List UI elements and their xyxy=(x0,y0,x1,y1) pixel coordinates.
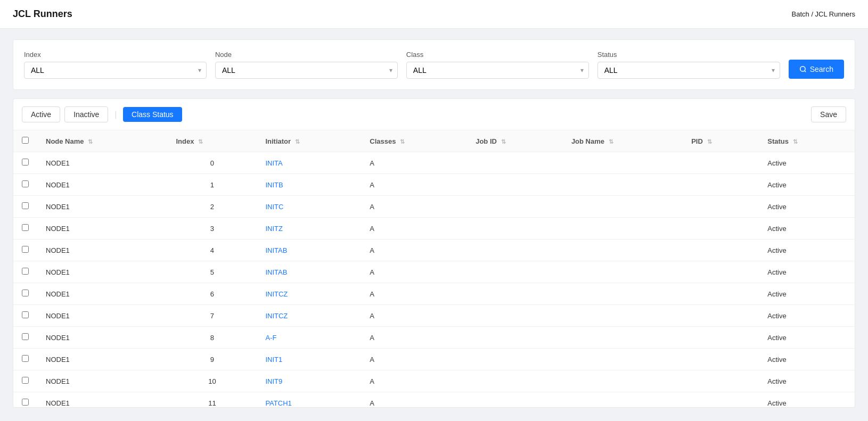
initiator-sort-icon[interactable]: ⇅ xyxy=(295,138,300,145)
row-checkbox[interactable] xyxy=(22,355,29,362)
cell-index: 7 xyxy=(167,305,257,327)
cell-job-name xyxy=(563,174,683,196)
cell-job-name xyxy=(563,152,683,174)
cell-job-id xyxy=(467,196,563,218)
cell-status: Active xyxy=(759,349,855,370)
index-select[interactable]: ALL xyxy=(24,62,207,79)
cell-initiator[interactable]: INITA xyxy=(257,152,361,174)
class-select[interactable]: ALL xyxy=(406,62,589,79)
filter-card: Index ALL Node ALL Class xyxy=(13,39,855,90)
cell-initiator[interactable]: PATCH1 xyxy=(257,392,361,408)
cell-index: 4 xyxy=(167,240,257,261)
cell-index: 2 xyxy=(167,196,257,218)
node-name-sort-icon[interactable]: ⇅ xyxy=(88,138,93,145)
row-checkbox-cell xyxy=(13,196,37,218)
cell-initiator[interactable]: INITAB xyxy=(257,240,361,261)
row-checkbox[interactable] xyxy=(22,202,29,209)
cell-initiator[interactable]: INIT1 xyxy=(257,349,361,370)
cell-pid xyxy=(683,196,759,218)
cell-classes: A xyxy=(361,240,467,261)
cell-job-id xyxy=(467,152,563,174)
row-checkbox[interactable] xyxy=(22,246,29,253)
cell-index: 0 xyxy=(167,152,257,174)
search-button-label: Search xyxy=(810,65,833,73)
table-row: NODE1 11 PATCH1 A Active xyxy=(13,392,855,408)
cell-status: Active xyxy=(759,152,855,174)
cell-initiator[interactable]: INITCZ xyxy=(257,283,361,305)
active-button[interactable]: Active xyxy=(22,106,60,122)
cell-initiator[interactable]: INITCZ xyxy=(257,305,361,327)
initiator-link[interactable]: INITB xyxy=(265,181,283,189)
action-divider: | xyxy=(114,110,117,119)
cell-job-id xyxy=(467,240,563,261)
initiator-link[interactable]: INITZ xyxy=(265,225,283,233)
initiator-link[interactable]: INITC xyxy=(265,203,283,211)
cell-initiator[interactable]: INITC xyxy=(257,196,361,218)
inactive-button[interactable]: Inactive xyxy=(64,106,108,122)
cell-node-name: NODE1 xyxy=(37,392,167,408)
row-checkbox[interactable] xyxy=(22,290,29,296)
cell-node-name: NODE1 xyxy=(37,218,167,240)
initiator-link[interactable]: INITA xyxy=(265,159,282,167)
initiator-link[interactable]: INITAB xyxy=(265,246,287,254)
cell-status: Active xyxy=(759,174,855,196)
job-id-sort-icon[interactable]: ⇅ xyxy=(501,138,506,145)
index-sort-icon[interactable]: ⇅ xyxy=(198,138,203,145)
cell-classes: A xyxy=(361,349,467,370)
cell-initiator[interactable]: INITZ xyxy=(257,218,361,240)
cell-node-name: NODE1 xyxy=(37,152,167,174)
breadcrumb-parent: Batch xyxy=(792,10,809,18)
table-row: NODE1 3 INITZ A Active xyxy=(13,218,855,240)
cell-job-id xyxy=(467,174,563,196)
cell-job-name xyxy=(563,196,683,218)
class-status-button[interactable]: Class Status xyxy=(123,107,182,122)
row-checkbox[interactable] xyxy=(22,399,29,406)
cell-pid xyxy=(683,283,759,305)
initiator-link[interactable]: INIT9 xyxy=(265,377,282,385)
select-all-col xyxy=(13,130,37,152)
pid-sort-icon[interactable]: ⇅ xyxy=(707,138,712,145)
row-checkbox[interactable] xyxy=(22,377,29,384)
job-name-sort-icon[interactable]: ⇅ xyxy=(609,138,613,145)
breadcrumb: Batch / JCL Runners xyxy=(792,10,856,18)
cell-status: Active xyxy=(759,392,855,408)
search-button[interactable]: Search xyxy=(789,60,844,79)
status-sort-icon[interactable]: ⇅ xyxy=(793,138,798,145)
status-select[interactable]: ALL xyxy=(597,62,780,79)
table-header: Node Name ⇅ Index ⇅ Initiator ⇅ Classes … xyxy=(13,130,855,152)
cell-initiator[interactable]: INITB xyxy=(257,174,361,196)
initiator-link[interactable]: INIT1 xyxy=(265,356,282,364)
col-pid: PID ⇅ xyxy=(683,130,759,152)
row-checkbox[interactable] xyxy=(22,311,29,318)
save-button[interactable]: Save xyxy=(811,106,846,122)
select-all-checkbox[interactable] xyxy=(22,137,29,144)
row-checkbox[interactable] xyxy=(22,224,29,231)
row-checkbox[interactable] xyxy=(22,159,29,166)
initiator-link[interactable]: INITAB xyxy=(265,268,287,276)
cell-job-name xyxy=(563,370,683,392)
row-checkbox[interactable] xyxy=(22,180,29,187)
row-checkbox-cell xyxy=(13,370,37,392)
cell-status: Active xyxy=(759,370,855,392)
cell-classes: A xyxy=(361,327,467,349)
cell-classes: A xyxy=(361,305,467,327)
cell-initiator[interactable]: INIT9 xyxy=(257,370,361,392)
cell-job-id xyxy=(467,218,563,240)
row-checkbox-cell xyxy=(13,152,37,174)
cell-job-id xyxy=(467,349,563,370)
cell-job-id xyxy=(467,370,563,392)
cell-node-name: NODE1 xyxy=(37,174,167,196)
initiator-link[interactable]: INITCZ xyxy=(265,312,288,320)
row-checkbox[interactable] xyxy=(22,268,29,275)
cell-node-name: NODE1 xyxy=(37,240,167,261)
classes-sort-icon[interactable]: ⇅ xyxy=(400,138,405,145)
initiator-link[interactable]: INITCZ xyxy=(265,290,288,298)
node-select[interactable]: ALL xyxy=(215,62,398,79)
cell-initiator[interactable]: A-F xyxy=(257,327,361,349)
table-header-row: Node Name ⇅ Index ⇅ Initiator ⇅ Classes … xyxy=(13,130,855,152)
row-checkbox[interactable] xyxy=(22,333,29,340)
cell-initiator[interactable]: INITAB xyxy=(257,261,361,283)
initiator-link[interactable]: PATCH1 xyxy=(265,399,291,407)
cell-job-name xyxy=(563,261,683,283)
initiator-link[interactable]: A-F xyxy=(265,334,276,342)
